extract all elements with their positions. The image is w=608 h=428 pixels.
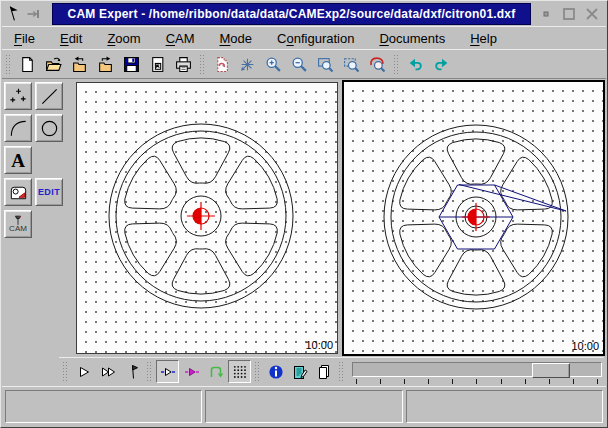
spoke-cutout[interactable] [447, 250, 505, 295]
toolbar-group [72, 360, 143, 383]
spoke-cutout[interactable] [501, 224, 553, 277]
run-step-button[interactable] [180, 360, 203, 383]
spoke-cutout[interactable] [226, 223, 278, 276]
notes-button[interactable] [288, 360, 311, 383]
play-icon [76, 364, 92, 380]
flag-button[interactable] [120, 360, 143, 383]
play-button[interactable] [72, 360, 95, 383]
fast-forward-icon [100, 364, 116, 380]
menu-documents[interactable]: Documents [379, 31, 445, 46]
spoke-cutout[interactable] [447, 139, 505, 184]
zoom-out-button[interactable] [287, 52, 312, 77]
menu-cam[interactable]: CAM [166, 31, 195, 46]
spoke-cutout[interactable] [226, 156, 278, 209]
window-title-bar[interactable]: CAM Expert - /home/ribbon/data/data/CAME… [52, 3, 531, 25]
contour-tool-button[interactable] [4, 178, 32, 206]
toolbar-handle[interactable] [199, 54, 205, 75]
redraw-icon [213, 56, 230, 73]
simulation-buttons [59, 360, 335, 383]
toolbar-handle[interactable] [62, 361, 68, 382]
zoom-all-button[interactable] [365, 52, 390, 77]
line-icon [39, 86, 60, 107]
spoke-cutout[interactable] [400, 224, 452, 277]
zoom-in-button[interactable] [261, 52, 286, 77]
import-folder-button[interactable] [67, 52, 92, 77]
undo-icon [407, 56, 424, 73]
drawing-canvas-2[interactable]: 10:00 [344, 82, 603, 354]
menu-bar: FileEditZoomCAMModeConfigurationDocument… [2, 26, 606, 50]
info-button[interactable] [264, 360, 287, 383]
minimize-dot-icon[interactable] [537, 5, 555, 23]
book-icon [316, 364, 332, 380]
zoom-selection-icon [343, 56, 360, 73]
page-preview-button[interactable] [145, 52, 170, 77]
toolbar-handle[interactable] [338, 361, 344, 382]
document-window-1[interactable]: 10:00 [76, 82, 338, 354]
toolbar-group [403, 52, 454, 77]
redraw-button[interactable] [209, 52, 234, 77]
text-tool-button[interactable]: A [4, 146, 32, 174]
contour-icon [8, 182, 29, 203]
cam-tool-button[interactable]: CAM [4, 210, 32, 238]
circle-tool-button[interactable] [35, 114, 63, 142]
slider-tick [501, 379, 502, 384]
toolpath-lead-line[interactable] [459, 185, 566, 212]
spoke-cutout[interactable] [172, 138, 230, 183]
edit-tool-button[interactable]: EDIT [35, 178, 63, 206]
menu-zoom[interactable]: Zoom [107, 31, 140, 46]
origin-marker-cross[interactable] [187, 202, 215, 230]
circle-icon [39, 118, 60, 139]
menu-configuration[interactable]: Configuration [277, 31, 354, 46]
spoke-cutout[interactable] [125, 223, 177, 276]
toolbar-handle[interactable] [393, 54, 399, 75]
window-pin-icon[interactable] [5, 5, 23, 23]
window-tack-icon[interactable] [25, 5, 43, 23]
page-preview-icon [149, 56, 166, 73]
toolbar-group [15, 52, 196, 77]
undo-button[interactable] [403, 52, 428, 77]
toolbar-group [209, 52, 390, 77]
notes-icon [292, 364, 308, 380]
spoke-cutout[interactable] [400, 157, 452, 210]
toolbar-handle[interactable] [254, 361, 260, 382]
zoom-in-icon [265, 56, 282, 73]
close-icon[interactable] [583, 5, 601, 23]
line-tool-button[interactable] [35, 82, 63, 110]
zoom-selection-button[interactable] [339, 52, 364, 77]
points-tool-button[interactable] [4, 82, 32, 110]
fast-forward-button[interactable] [96, 360, 119, 383]
menu-edit[interactable]: Edit [60, 31, 82, 46]
menu-mode[interactable]: Mode [220, 31, 253, 46]
spoke-cutout[interactable] [172, 249, 230, 294]
step-button[interactable] [156, 360, 179, 383]
spoke-cutout[interactable] [125, 156, 177, 209]
snap-grid-button[interactable] [228, 360, 251, 383]
toolbar-handle[interactable] [146, 361, 152, 382]
new-button[interactable] [15, 52, 40, 77]
copies-button[interactable] [312, 360, 335, 383]
loop-icon [208, 364, 224, 380]
print-button[interactable] [171, 52, 196, 77]
drawing-canvas-1[interactable]: 10:00 [77, 83, 337, 353]
arc-icon [8, 118, 29, 139]
toolpath-lead-line[interactable] [495, 185, 567, 211]
menu-file[interactable]: File [14, 31, 35, 46]
export-folder-button[interactable] [93, 52, 118, 77]
save-button[interactable] [119, 52, 144, 77]
origin-marker-cross[interactable] [462, 203, 490, 231]
spoke-cutout[interactable] [501, 157, 553, 210]
titlebar[interactable]: CAM Expert - /home/ribbon/data/data/CAME… [2, 2, 606, 25]
arc-tool-button[interactable] [4, 114, 32, 142]
step-icon [160, 364, 176, 380]
toolbar-handle[interactable] [5, 54, 11, 75]
open-button[interactable] [41, 52, 66, 77]
zoom-window-button[interactable] [313, 52, 338, 77]
snap-point-button[interactable] [235, 52, 260, 77]
document-window-2[interactable]: 10:00 [342, 80, 605, 356]
menu-help[interactable]: Help [470, 31, 497, 46]
animation-slider[interactable] [352, 360, 602, 385]
maximize-icon[interactable] [560, 5, 578, 23]
loop-button[interactable] [204, 360, 227, 383]
redo-button[interactable] [429, 52, 454, 77]
slider-thumb[interactable] [532, 363, 570, 378]
